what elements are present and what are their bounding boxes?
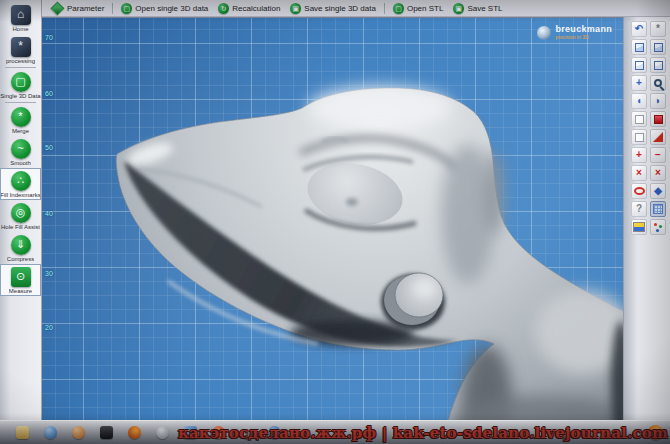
sidebar-item-label: Fill Indexmarks (0, 192, 40, 198)
sidebar-item-hole-fill-assist[interactable]: ◎ Hole Fill Assist (0, 200, 41, 232)
breuckmann-globe-icon (537, 26, 551, 40)
selection-rect-icon[interactable] (631, 111, 647, 127)
watermark-text: какэтосделано.жж.рф | kak-eto-sdelano.li… (178, 424, 668, 442)
sidebar-item-smooth[interactable]: ~ Smooth (0, 136, 41, 168)
view-cube-top-icon[interactable] (650, 39, 666, 55)
open-stl-label: Open STL (407, 4, 443, 13)
fill-indexmarks-icon: ∴ (11, 171, 31, 191)
save-stl-label: Save STL (467, 4, 502, 13)
viewport-3d-canvas[interactable]: 70 60 50 40 30 20 (42, 17, 623, 421)
taskbar-icon-clock-app[interactable] (156, 426, 169, 439)
sidebar-item-processing[interactable]: * processing (0, 34, 41, 66)
save-data-icon: ▣ (290, 3, 301, 14)
open-stl-button[interactable]: ▢ Open STL (388, 2, 448, 15)
view-cube-side-icon[interactable] (650, 57, 666, 73)
surface-select-right-icon[interactable]: ◗ (650, 93, 666, 109)
top-toolbar: Parameter ▢ Open single 3D data ↻ Recalc… (42, 0, 670, 17)
sidebar-item-single-3d-data[interactable]: ▢ Single 3D Data (0, 69, 41, 101)
home-icon: ⌂ (11, 5, 31, 25)
delete-outliers-icon[interactable]: × (650, 165, 666, 181)
open-stl-icon: ▢ (393, 3, 404, 14)
sidebar-item-label: Merge (12, 128, 29, 134)
hole-fill-assist-icon: ◎ (11, 203, 31, 223)
save-single-3d-data-label: Save single 3D data (304, 4, 376, 13)
save-stl-icon: ▣ (453, 3, 464, 14)
sidebar-item-label: Hole Fill Assist (1, 224, 40, 230)
open-data-icon: ▢ (121, 3, 132, 14)
toolbar-separator (112, 3, 113, 14)
measure-icon: ⊙ (11, 267, 31, 287)
sidebar-item-fill-indexmarks[interactable]: ∴ Fill Indexmarks (0, 168, 41, 200)
sidebar-item-home[interactable]: ⌂ Home (0, 2, 41, 34)
sidebar-item-label: Single 3D Data (0, 93, 40, 99)
application-window: Parameter ▢ Open single 3D data ↻ Recalc… (0, 0, 670, 444)
sidebar-divider (5, 102, 36, 103)
sidebar-item-label: Smooth (10, 160, 31, 166)
smooth-icon: ~ (11, 139, 31, 159)
delete-selection-icon[interactable]: × (631, 165, 647, 181)
parameter-button[interactable]: Parameter (46, 1, 109, 16)
vendor-brand: breuckmann (555, 25, 612, 34)
sidebar-item-label: Home (12, 26, 28, 32)
view-cube-iso-icon[interactable] (631, 39, 647, 55)
marker-add-icon[interactable]: + (631, 147, 647, 163)
marker-remove-icon[interactable]: − (650, 147, 666, 163)
zoom-magnifier-icon[interactable] (650, 75, 666, 91)
open-single-3d-data-button[interactable]: ▢ Open single 3D data (116, 2, 213, 15)
sidebar-item-merge[interactable]: * Merge (0, 104, 41, 136)
vendor-tagline: precision in 3D (555, 34, 612, 40)
selection-lasso-icon[interactable] (631, 129, 647, 145)
right-tool-panel: ↶ * + ◖ ◗ + − × × ◆ ? (623, 17, 670, 420)
sidebar-item-label: processing (6, 58, 35, 64)
open-single-3d-data-label: Open single 3D data (135, 4, 208, 13)
taskbar-icon-browser-globe[interactable] (44, 426, 57, 439)
sidebar-item-compress[interactable]: ⇓ Compress (0, 232, 41, 264)
compress-icon: ⇓ (11, 235, 31, 255)
parameter-diamond-icon (50, 1, 64, 15)
surface-select-left-icon[interactable]: ◖ (631, 93, 647, 109)
ellipse-tool-icon[interactable] (631, 183, 647, 199)
single-3d-data-icon: ▢ (11, 72, 31, 92)
toolbar-separator (384, 3, 385, 14)
color-points-icon[interactable] (650, 219, 666, 235)
taskbar-icon-folder[interactable] (16, 426, 29, 439)
merge-icon: * (11, 107, 31, 127)
save-single-3d-data-button[interactable]: ▣ Save single 3D data (285, 2, 381, 15)
grid-toggle-icon[interactable] (650, 201, 666, 217)
recalculation-label: Recalculation (232, 4, 280, 13)
duck-model-3d (42, 18, 623, 421)
undo-icon[interactable]: ↶ (631, 21, 647, 37)
selection-rect-filled-icon[interactable] (650, 111, 666, 127)
recalculate-icon: ↻ (218, 3, 229, 14)
save-stl-button[interactable]: ▣ Save STL (448, 2, 507, 15)
parameter-button-label: Parameter (67, 4, 104, 13)
processing-icon: * (11, 37, 31, 57)
flag-tool-icon[interactable] (631, 219, 647, 235)
recalculation-button[interactable]: ↻ Recalculation (213, 2, 285, 15)
taskbar-icon-orange-app[interactable] (72, 426, 85, 439)
help-icon[interactable]: ? (631, 201, 647, 217)
sidebar-divider (5, 67, 36, 68)
selection-triangle-icon[interactable] (650, 129, 666, 145)
sidebar-item-label: Compress (7, 256, 34, 262)
view-cube-front-icon[interactable] (631, 57, 647, 73)
vendor-logo: breuckmann precision in 3D (537, 25, 612, 40)
pan-arrows-icon[interactable]: + (631, 75, 647, 91)
taskbar-icon-firefox[interactable] (128, 426, 141, 439)
diamond-tool-icon[interactable]: ◆ (650, 183, 666, 199)
left-sidebar: ⌂ Home * processing ▢ Single 3D Data * M… (0, 0, 42, 421)
settings-gear-icon[interactable]: * (650, 21, 666, 37)
sidebar-item-measure[interactable]: ⊙ Measure (0, 264, 41, 296)
sidebar-item-label: Measure (9, 288, 32, 294)
taskbar-icon-media-app[interactable] (100, 426, 113, 439)
